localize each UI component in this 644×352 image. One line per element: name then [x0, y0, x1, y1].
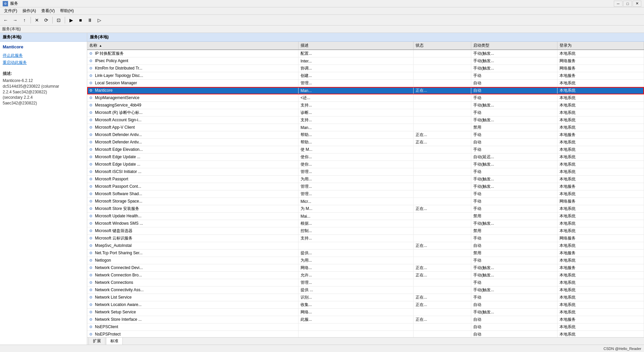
service-icon: ⚙: [89, 192, 94, 196]
cell-service-logon: 本地服务: [557, 72, 644, 80]
service-icon: ⚙: [89, 133, 94, 137]
cell-service-startup: 手动: [471, 279, 557, 287]
table-row[interactable]: ⚙NsEPSProtect自动本地系统: [87, 331, 644, 338]
col-header-status[interactable]: 状态: [414, 42, 471, 50]
service-name-text: Network Connection Bro...: [95, 273, 142, 277]
table-row[interactable]: ⚙Network Store Interface ...此服...正在...自动…: [87, 316, 644, 323]
table-row[interactable]: ⚙Network Location Aware...收集...正在...自动本地…: [87, 301, 644, 309]
service-name-text: IPsec Policy Agent: [95, 58, 128, 63]
service-name-text: NsEPSClient: [95, 324, 118, 329]
table-row[interactable]: ⚙Microsoft Edge Elevation...使 M...手动本地系统: [87, 146, 644, 153]
cell-service-logon: 本地系统: [557, 227, 644, 235]
close-button[interactable]: ✕: [633, 1, 641, 7]
restart-button[interactable]: ▷: [95, 16, 104, 25]
table-header: 名称 ▲ 描述 状态 启动类型 登录为: [87, 42, 644, 50]
table-row[interactable]: ⚙MsepSvc_AutoInstal正在...自动本地系统: [87, 242, 644, 250]
cell-service-desc: 允许...: [298, 272, 413, 279]
table-row[interactable]: ⚙MessagingService_4bb49支持...手动(触发...本地系统: [87, 102, 644, 109]
stop-button[interactable]: ✕: [33, 16, 41, 25]
services-table[interactable]: 名称 ▲ 描述 状态 启动类型 登录为 ⚙IP 转换配置服务配置...手动(触发…: [87, 42, 644, 337]
table-row[interactable]: ⚙NsEPSClient自动本地系统: [87, 323, 644, 331]
table-row[interactable]: ⚙Net.Tcp Port Sharing Ser...提供...禁用本地服务: [87, 250, 644, 257]
table-row[interactable]: ⚙Local Session Manager管理...自动本地系统: [87, 80, 644, 87]
table-row[interactable]: ⚙Microsoft Windows SMS ...根据...手动(触发...本…: [87, 220, 644, 227]
table-row[interactable]: ⚙Microsoft Storage Space...Micr...手动网络服务: [87, 198, 644, 205]
view-button[interactable]: ⊡: [54, 16, 63, 25]
table-row[interactable]: ⚙Network Connection Bro...允许...正在...手动(触…: [87, 272, 644, 279]
cell-service-startup: 手动(触发...: [471, 102, 557, 109]
table-row[interactable]: ⚙McpManagementService<还...手动本地系统: [87, 94, 644, 102]
cell-service-startup: 自动: [471, 242, 557, 250]
table-row[interactable]: ⚙Link-Layer Topology Disc...创建...手动本地服务: [87, 72, 644, 80]
restart-service-link[interactable]: 重启动此服务: [3, 60, 84, 65]
col-header-logon[interactable]: 登录为: [557, 42, 644, 50]
table-row[interactable]: ⚙Netlogon为用...手动本地系统: [87, 257, 644, 264]
table-row[interactable]: ⚙KtmRm for Distributed Tr...协调...手动(触发..…: [87, 65, 644, 72]
menu-view[interactable]: 查看(V): [39, 7, 57, 14]
service-icon: ⚙: [89, 207, 94, 211]
table-row[interactable]: ⚙Network Connections管理...手动本地系统: [87, 279, 644, 287]
tab-bar: 扩展 标准: [87, 337, 644, 345]
up-button[interactable]: ↑: [20, 16, 29, 25]
table-row[interactable]: ⚙Microsoft (R) 诊断中心标...诊断...手动本地系统: [87, 109, 644, 117]
col-header-desc[interactable]: 描述: [298, 42, 413, 50]
cell-service-startup: 手动(触发...: [471, 65, 557, 72]
back-button[interactable]: ←: [1, 16, 10, 25]
cell-service-startup: 手动: [471, 190, 557, 198]
table-row[interactable]: ⚙Microsoft Passport为用...手动(触发...本地系统: [87, 176, 644, 183]
cell-service-name: ⚙NsEPSClient: [87, 323, 298, 331]
service-icon: ⚙: [89, 81, 94, 86]
pause-button[interactable]: ⏸: [86, 16, 94, 25]
table-row[interactable]: ⚙Microsoft Edge Update ...使你...自动(延迟...本…: [87, 153, 644, 161]
cell-service-startup: 手动: [471, 72, 557, 80]
table-row[interactable]: ⚙IP 转换配置服务配置...手动(触发...本地系统: [87, 50, 644, 57]
title-bar-buttons: ─ □ ✕: [614, 1, 641, 7]
cell-service-logon: 本地服务: [557, 316, 644, 323]
table-row[interactable]: ⚙Microsoft Software Shad...管理...手动本地系统: [87, 190, 644, 198]
tab-standard[interactable]: 标准: [106, 337, 123, 345]
cell-service-status: [414, 72, 471, 80]
table-row[interactable]: ⚙Microsoft Passport Cont...管理...手动(触发...…: [87, 183, 644, 190]
table-row[interactable]: ⚙Microsoft Update Health...Mai...禁用本地系统: [87, 213, 644, 220]
cell-service-logon: 本地系统: [557, 205, 644, 213]
tab-extended[interactable]: 扩展: [89, 337, 105, 345]
col-header-startup[interactable]: 启动类型: [471, 42, 557, 50]
table-row[interactable]: ⚙Microsoft Account Sign-i...支持...手动(触发..…: [87, 117, 644, 124]
table-row[interactable]: ⚙Microsoft 云标识服务支持...手动网络服务: [87, 235, 644, 242]
refresh-button[interactable]: ⟳: [42, 16, 51, 25]
col-header-name[interactable]: 名称 ▲: [87, 42, 298, 50]
table-row[interactable]: ⚙Microsoft Store 安装服务为 M...正在...手动本地系统: [87, 205, 644, 213]
table-row[interactable]: ⚙Microsoft Edge Update ...使你...手动(触发...本…: [87, 161, 644, 168]
stop-service-link[interactable]: 停止此服务: [3, 53, 84, 58]
maximize-button[interactable]: □: [623, 1, 632, 7]
table-row[interactable]: ⚙Network Connectivity Ass...提供 ...手动(触发.…: [87, 287, 644, 294]
cell-service-logon: 本地服务: [557, 131, 644, 139]
table-row[interactable]: ⚙ManticoreMan...正在...自动本地系统: [87, 87, 644, 94]
table-row[interactable]: ⚙Microsoft App-V ClientMan...禁用本地系统: [87, 124, 644, 131]
toolbar-sep-2: [52, 17, 53, 24]
cell-service-logon: 本地系统: [557, 139, 644, 146]
stop2-button[interactable]: ■: [76, 16, 85, 25]
table-row[interactable]: ⚙Microsoft iSCSI Initiator ...管理...手动本地系…: [87, 168, 644, 176]
table-row[interactable]: ⚙Microsoft Defender Antiv...帮助...正在...自动…: [87, 139, 644, 146]
service-name-text: MessagingService_4bb49: [95, 103, 141, 107]
cell-service-status: [414, 109, 471, 117]
play-button[interactable]: ▶: [67, 16, 75, 25]
cell-service-logon: 本地系统: [557, 213, 644, 220]
cell-service-startup: 手动(触发...: [471, 272, 557, 279]
table-row[interactable]: ⚙Network Connected Devi...网络...正在...手动(触…: [87, 264, 644, 272]
minimize-button[interactable]: ─: [614, 1, 623, 7]
table-row[interactable]: ⚙Microsoft 键盘筛选器控制...禁用本地系统: [87, 227, 644, 235]
menu-action[interactable]: 操作(A): [20, 7, 39, 14]
cell-service-name: ⚙Microsoft Account Sign-i...: [87, 117, 298, 124]
table-row[interactable]: ⚙Network Setup Service网络...手动(触发...本地系统: [87, 309, 644, 316]
table-row[interactable]: ⚙Microsoft Defender Antiv...帮助...正在...手动…: [87, 131, 644, 139]
forward-button[interactable]: →: [11, 16, 19, 25]
table-row[interactable]: ⚙Network List Service识别...正在...手动本地系统: [87, 294, 644, 301]
menu-file[interactable]: 文件(F): [1, 7, 20, 14]
panel-header: 服务(本地): [87, 33, 644, 42]
cell-service-logon: 本地系统: [557, 287, 644, 294]
cell-service-startup: 自动: [471, 323, 557, 331]
table-row[interactable]: ⚙IPsec Policy AgentInter...手动(触发...网络服务: [87, 57, 644, 65]
menu-help[interactable]: 帮助(H): [57, 7, 76, 14]
